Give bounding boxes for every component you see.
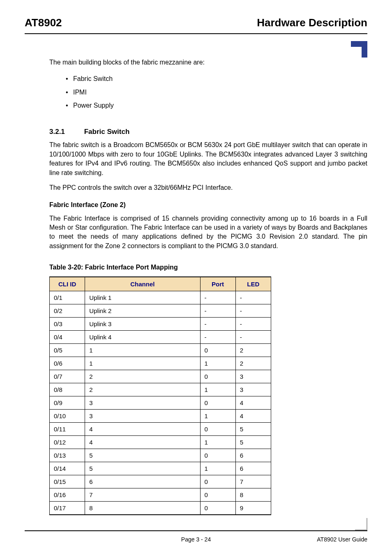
table-cell: 0/15: [50, 475, 85, 488]
port-mapping-table: CLI ID Channel Port LED 0/1Uplink 1--0/2…: [49, 276, 271, 515]
header-section: Hardware Description: [257, 16, 367, 29]
table-cell: 5: [235, 435, 271, 449]
bottom-corner-mark-icon: [355, 518, 367, 530]
table-cell: 1: [200, 462, 235, 475]
table-cell: 1: [85, 343, 200, 357]
table-cell: -: [235, 317, 271, 330]
table-cell: 1: [200, 357, 235, 370]
table-cell: 3: [85, 396, 200, 409]
svg-rect-0: [351, 41, 367, 47]
table-cell: 0/5: [50, 343, 85, 357]
table-cell: 0/8: [50, 383, 85, 396]
table-cell: 0/3: [50, 317, 85, 330]
table-cell: 3: [85, 409, 200, 422]
table-header-row: CLI ID Channel Port LED: [50, 277, 271, 291]
table-row: 0/4Uplink 4--: [50, 330, 271, 343]
table-cell: 0/7: [50, 370, 85, 383]
table-cell: 8: [85, 501, 200, 515]
table-cell: -: [235, 304, 271, 317]
table-row: 0/15607: [50, 475, 271, 488]
table-header: LED: [235, 277, 271, 291]
page-header: AT8902 Hardware Description: [25, 16, 367, 34]
table-cell: 4: [235, 396, 271, 409]
table-cell: 0: [200, 370, 235, 383]
footer-left: [25, 536, 139, 543]
corner-logo-icon: [351, 41, 367, 58]
table-cell: 6: [235, 462, 271, 475]
table-cell: Uplink 3: [85, 317, 200, 330]
section-heading: 3.2.1 Fabric Switch: [49, 127, 367, 137]
table-cell: 5: [85, 449, 200, 462]
table-row: 0/17809: [50, 501, 271, 515]
table-row: 0/16708: [50, 488, 271, 501]
table-cell: 0/17: [50, 501, 85, 515]
page-content: The main building blocks of the fabric m…: [25, 37, 367, 515]
table-cell: 9: [235, 501, 271, 515]
table-cell: Uplink 1: [85, 291, 200, 304]
table-cell: 3: [235, 370, 271, 383]
table-row: 0/10314: [50, 409, 271, 422]
table-cell: 0: [200, 343, 235, 357]
table-cell: 0: [200, 396, 235, 409]
table-cell: 0/10: [50, 409, 85, 422]
table-cell: 0/13: [50, 449, 85, 462]
section-title: Fabric Switch: [84, 128, 130, 136]
section-number: 3.2.1: [49, 127, 82, 137]
table-cell: Uplink 4: [85, 330, 200, 343]
table-cell: -: [200, 304, 235, 317]
table-cell: 0/2: [50, 304, 85, 317]
table-row: 0/8213: [50, 383, 271, 396]
table-cell: 0/12: [50, 435, 85, 449]
table-cell: 7: [85, 488, 200, 501]
table-row: 0/11405: [50, 422, 271, 435]
table-cell: 1: [200, 409, 235, 422]
table-cell: -: [200, 330, 235, 343]
table-cell: 5: [85, 462, 200, 475]
table-cell: -: [235, 291, 271, 304]
footer-guide-name: AT8902 User Guide: [253, 536, 367, 543]
table-row: 0/1Uplink 1--: [50, 291, 271, 304]
table-cell: 3: [235, 383, 271, 396]
header-product: AT8902: [25, 16, 62, 29]
table-cell: 2: [235, 343, 271, 357]
table-cell: 4: [235, 409, 271, 422]
table-cell: 0/9: [50, 396, 85, 409]
table-cell: 1: [85, 357, 200, 370]
table-row: 0/14516: [50, 462, 271, 475]
table-cell: 0/14: [50, 462, 85, 475]
table-cell: 2: [85, 370, 200, 383]
table-cell: -: [235, 330, 271, 343]
table-cell: 2: [85, 383, 200, 396]
intro-text: The main building blocks of the fabric m…: [49, 58, 367, 67]
table-cell: 0: [200, 475, 235, 488]
paragraph: The fabric switch is a Broadcom BCM5650x…: [49, 140, 367, 177]
table-cell: 0/1: [50, 291, 85, 304]
table-row: 0/2Uplink 2--: [50, 304, 271, 317]
table-cell: 0/11: [50, 422, 85, 435]
table-row: 0/13506: [50, 449, 271, 462]
list-item: Fabric Switch: [66, 74, 367, 83]
paragraph: The Fabric Interface is comprised of 15 …: [49, 214, 367, 251]
table-cell: 0: [200, 449, 235, 462]
svg-rect-1: [362, 47, 367, 58]
table-header: Channel: [85, 277, 200, 291]
table-header: CLI ID: [50, 277, 85, 291]
table-caption: Table 3-20: Fabric Interface Port Mappin…: [49, 263, 367, 272]
table-cell: 7: [235, 475, 271, 488]
table-cell: 0/16: [50, 488, 85, 501]
table-cell: 0: [200, 488, 235, 501]
table-cell: Uplink 2: [85, 304, 200, 317]
paragraph: The PPC controls the switch over a 32bit…: [49, 183, 367, 192]
table-cell: 5: [235, 422, 271, 435]
list-item: Power Supply: [66, 101, 367, 110]
table-cell: 1: [200, 383, 235, 396]
table-cell: 0: [200, 501, 235, 515]
table-cell: -: [200, 291, 235, 304]
page-footer: Page 3 - 24 AT8902 User Guide: [25, 530, 367, 543]
table-row: 0/9304: [50, 396, 271, 409]
table-header: Port: [200, 277, 235, 291]
table-cell: 6: [85, 475, 200, 488]
table-row: 0/12415: [50, 435, 271, 449]
table-row: 0/3Uplink 3--: [50, 317, 271, 330]
subsection-heading: Fabric Interface (Zone 2): [49, 200, 367, 210]
